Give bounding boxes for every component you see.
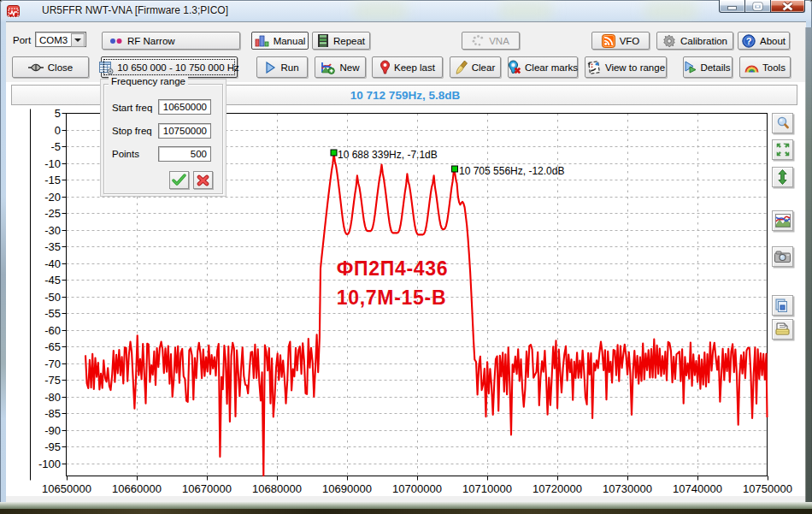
svg-text:-80: -80 — [44, 391, 61, 404]
svg-text:10750000: 10750000 — [743, 482, 792, 495]
svg-text:-70: -70 — [44, 357, 61, 370]
svg-text:-35: -35 — [44, 240, 61, 253]
svg-text:0: 0 — [55, 124, 61, 137]
svg-text:ФП2П4-436: ФП2П4-436 — [337, 257, 449, 280]
svg-text:-85: -85 — [44, 407, 61, 420]
svg-text:10660000: 10660000 — [112, 482, 162, 495]
svg-text:10700000: 10700000 — [392, 482, 442, 495]
svg-text:10,7М-15-В: 10,7М-15-В — [337, 287, 446, 309]
svg-text:-90: -90 — [44, 424, 61, 437]
svg-text:10 705 556Hz, -12.0dB: 10 705 556Hz, -12.0dB — [459, 165, 564, 177]
svg-text:10 712 759Hz, 5.8dB: 10 712 759Hz, 5.8dB — [350, 89, 461, 102]
svg-text:-40: -40 — [44, 257, 61, 270]
svg-text:-15: -15 — [44, 174, 61, 186]
svg-text:10690000: 10690000 — [322, 482, 372, 495]
svg-text:10 688 339Hz, -7.1dB: 10 688 339Hz, -7.1dB — [338, 149, 438, 161]
svg-text:-5: -5 — [50, 140, 61, 153]
svg-text:-50: -50 — [44, 291, 61, 304]
svg-text:10650000: 10650000 — [42, 482, 91, 495]
svg-text:-100: -100 — [38, 458, 61, 470]
svg-text:10670000: 10670000 — [182, 482, 232, 495]
svg-text:10680000: 10680000 — [252, 482, 302, 495]
svg-text:-95: -95 — [44, 440, 61, 453]
svg-text:5: 5 — [55, 107, 61, 120]
svg-text:10740000: 10740000 — [673, 482, 722, 495]
svg-text:10730000: 10730000 — [603, 482, 652, 495]
svg-text:10720000: 10720000 — [533, 482, 582, 495]
svg-text:-65: -65 — [44, 340, 61, 353]
svg-text:-30: -30 — [44, 224, 61, 237]
svg-text:-60: -60 — [44, 324, 61, 337]
svg-text:-20: -20 — [44, 191, 61, 204]
svg-text:-75: -75 — [44, 374, 61, 387]
svg-text:-10: -10 — [44, 157, 61, 170]
svg-text:-45: -45 — [44, 274, 61, 287]
svg-text:10710000: 10710000 — [462, 482, 512, 495]
svg-text:-25: -25 — [44, 207, 61, 220]
svg-text:-55: -55 — [44, 307, 61, 320]
